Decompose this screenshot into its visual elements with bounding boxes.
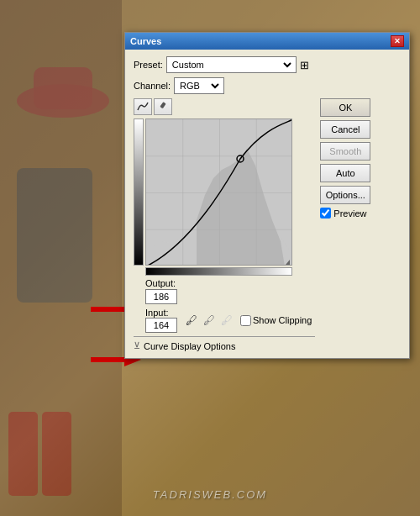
output-row: Output: <box>145 278 315 288</box>
eyedropper-area: 🖋 🖋 🖋 Show Clipping <box>184 313 315 328</box>
options-button[interactable]: Options... <box>320 186 370 204</box>
smooth-button[interactable]: Smooth <box>320 142 370 161</box>
curve-display-toggle[interactable]: ⊻ <box>134 340 140 351</box>
curves-dialog: Curves ✕ Preset: Custom Default Lighter … <box>124 32 410 359</box>
curve-display-options-row: ⊻ Curve Display Options <box>134 336 315 351</box>
show-clipping-label: Show Clipping <box>253 315 312 325</box>
curves-visual <box>134 118 315 266</box>
input-value-field[interactable] <box>145 318 177 333</box>
input-section: Input: 🖋 🖋 🖋 Show Clipping <box>145 308 315 333</box>
curve-tool-button[interactable] <box>134 98 152 115</box>
load-curves-icon[interactable]: ⊞ <box>300 59 309 71</box>
titlebar: Curves ✕ <box>125 33 409 50</box>
main-area: Output: Input: 🖋 🖋 🖋 <box>134 98 401 351</box>
preset-select[interactable]: Custom Default Lighter Darker Increase C… <box>169 59 294 71</box>
input-label: Input: <box>145 308 174 318</box>
pencil-tool-button[interactable] <box>154 98 172 115</box>
vertical-gradient-bar <box>134 118 144 266</box>
white-point-eyedropper[interactable]: 🖋 <box>219 313 234 328</box>
dialog-content: Preset: Custom Default Lighter Darker In… <box>125 50 409 358</box>
show-clipping-checkbox[interactable] <box>240 315 251 326</box>
canvas-area: Output: Input: 🖋 🖋 🖋 <box>134 98 315 351</box>
svg-rect-6 <box>42 412 71 496</box>
triangle-indicator <box>286 260 290 265</box>
svg-rect-3 <box>34 67 92 109</box>
curve-display-label: Curve Display Options <box>144 341 235 351</box>
channel-row: Channel: RGB Red Green Blue <box>134 77 401 94</box>
preset-row: Preset: Custom Default Lighter Darker In… <box>134 56 401 73</box>
svg-rect-4 <box>17 168 92 303</box>
output-value-row <box>145 289 315 304</box>
watermark: TADRISWEB.COM <box>153 488 267 501</box>
curves-grid-svg <box>146 119 292 266</box>
show-clipping-row: Show Clipping <box>240 315 315 326</box>
channel-label: Channel: <box>134 81 171 91</box>
close-button[interactable]: ✕ <box>391 35 404 47</box>
right-buttons: OK Cancel Smooth Auto Options... Preview <box>320 98 370 351</box>
preview-label: Preview <box>333 208 366 219</box>
cancel-button[interactable]: Cancel <box>320 120 370 139</box>
preset-label: Preset: <box>134 60 163 70</box>
curves-canvas[interactable] <box>145 118 292 266</box>
gray-point-eyedropper[interactable]: 🖋 <box>202 313 217 328</box>
output-label: Output: <box>145 278 176 288</box>
auto-button[interactable]: Auto <box>320 164 370 182</box>
channel-select[interactable]: RGB Red Green Blue <box>176 80 222 92</box>
black-point-eyedropper[interactable]: 🖋 <box>184 313 199 328</box>
channel-dropdown[interactable]: RGB Red Green Blue <box>174 77 224 94</box>
preset-dropdown[interactable]: Custom Default Lighter Darker Increase C… <box>166 56 297 73</box>
dialog-title: Curves <box>130 36 161 46</box>
ok-button[interactable]: OK <box>320 98 370 117</box>
horizontal-gradient-bar <box>145 267 292 276</box>
horiz-gradient-row <box>134 267 315 276</box>
output-input[interactable] <box>145 289 177 304</box>
tool-buttons <box>134 98 315 115</box>
preview-checkbox-row: Preview <box>320 208 370 219</box>
svg-rect-5 <box>8 412 38 496</box>
svg-rect-9 <box>160 102 165 108</box>
preview-checkbox[interactable] <box>320 208 331 219</box>
